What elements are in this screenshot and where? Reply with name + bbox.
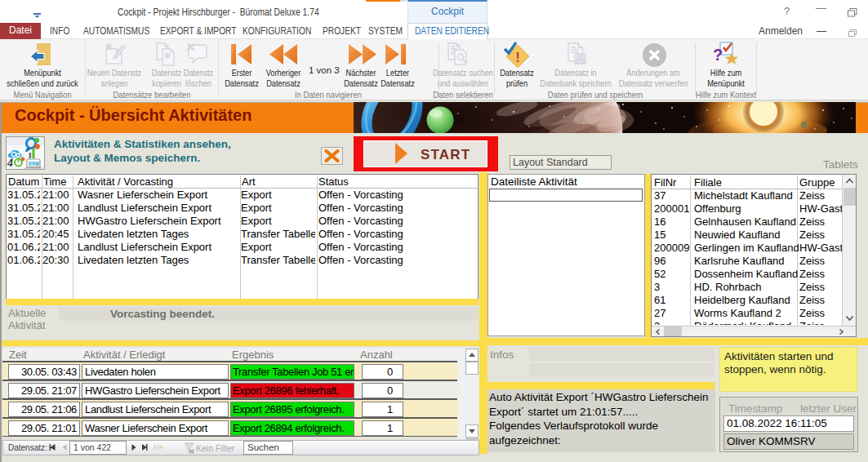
- svg-text:4: 4: [7, 157, 13, 169]
- svg-text:?: ?: [713, 46, 723, 64]
- svg-text:!: !: [515, 50, 520, 65]
